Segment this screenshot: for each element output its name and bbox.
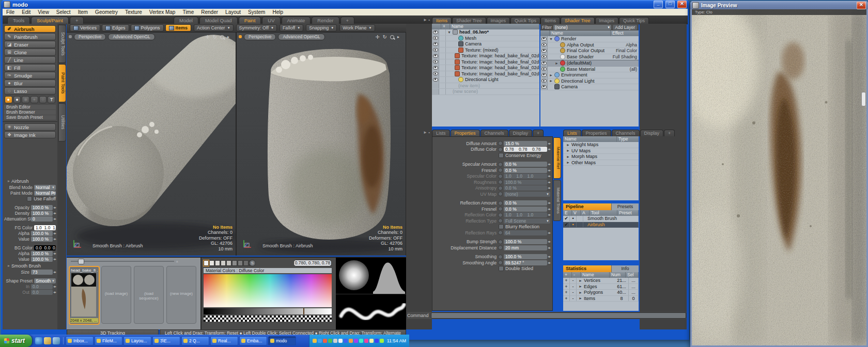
value-gradient-strip[interactable]: [204, 308, 332, 314]
collapse-minus-icon[interactable]: -: [570, 290, 577, 295]
eye-toggle[interactable]: [540, 67, 548, 72]
tool-smudge[interactable]: ✑Smudge: [4, 72, 56, 79]
material-tab-material-ref[interactable]: Material Ref: [553, 137, 561, 179]
viewport-menu-arrow-icon[interactable]: ▸: [397, 35, 399, 39]
list-row-weight-maps[interactable]: ►Weight Maps: [563, 142, 639, 148]
eye-toggle[interactable]: [540, 84, 548, 90]
item-row-head-06-lwo[interactable]: ▼head_06.lwo*: [432, 29, 539, 36]
eye-toggle[interactable]: [432, 71, 439, 77]
email-icon[interactable]: [44, 337, 51, 344]
eye-toggle[interactable]: [432, 65, 439, 71]
dropdown-paint-mode[interactable]: Normal Proj ...: [34, 191, 56, 196]
lists-tab-x[interactable]: +: [664, 130, 675, 136]
shader-row-environment[interactable]: ►Environment: [540, 72, 639, 78]
props-tab-x[interactable]: +: [533, 130, 544, 136]
minimize-button[interactable]: _: [654, 1, 663, 8]
property-field-diffuse-amount[interactable]: 15.0 %: [504, 141, 547, 146]
reset-icon[interactable]: [498, 255, 503, 259]
expander-icon[interactable]: ►: [566, 143, 570, 147]
item-row-texture-image-head-bake-final-02d-4[interactable]: Texture: Image: head_bake_final_02d (4): [432, 59, 539, 66]
command-input[interactable]: [431, 312, 686, 319]
tray-icon[interactable]: [328, 339, 332, 343]
shader-row-defaultmat[interactable]: ►(defaultMat): [540, 60, 639, 67]
shader-tab-images[interactable]: Images: [595, 17, 619, 24]
viewport-left[interactable]: Perspective Advanced OpenGL ✛ ↻ ▸ No Ite…: [67, 33, 237, 256]
layout-tab-render[interactable]: Render: [312, 17, 339, 24]
shader-row-final-color-output[interactable]: Final Color OutputFinal Color: [540, 48, 639, 54]
tray-icon[interactable]: [323, 339, 327, 343]
props-tab-channels[interactable]: Channels: [481, 130, 508, 136]
item-row-texture-mixed[interactable]: Texture: (mixed): [432, 48, 539, 54]
field-in[interactable]: 0.0: [31, 284, 53, 289]
reset-icon[interactable]: [498, 180, 503, 184]
tray-icon[interactable]: [375, 339, 379, 343]
checkbox-conserve-energy[interactable]: [499, 153, 504, 158]
mode-edges[interactable]: Edges: [102, 24, 129, 31]
spinner-icon[interactable]: ◂▸: [548, 255, 550, 259]
expand-plus-icon[interactable]: +: [563, 296, 570, 302]
spinner-icon[interactable]: ◂▸: [548, 213, 550, 217]
layout-tab-tools[interactable]: Tools: [7, 17, 30, 24]
reset-icon[interactable]: [498, 245, 503, 250]
eye-toggle[interactable]: [432, 53, 439, 59]
brush-tip-solid-icon[interactable]: ●: [5, 96, 12, 103]
color-swatch[interactable]: [221, 260, 226, 266]
layout-tab-animate[interactable]: Animate: [282, 17, 311, 24]
pipeline-row-smooth-brush[interactable]: ✔•Smooth Brush: [563, 216, 639, 222]
eye-toggle[interactable]: [432, 48, 439, 53]
tool-clone[interactable]: ⊞Clone: [4, 49, 56, 56]
eye-toggle[interactable]: [432, 41, 439, 47]
color-swatch[interactable]: [232, 260, 237, 266]
side-tab-paint-tools[interactable]: Paint Tools: [58, 64, 66, 102]
taskbar-button-inbox[interactable]: Inbox...: [66, 336, 94, 345]
color-swatch[interactable]: [204, 260, 209, 266]
shader-row-alpha-output[interactable]: Alpha OutputAlpha: [540, 42, 639, 49]
enable-check-icon[interactable]: ✔: [563, 222, 570, 228]
spinner-icon[interactable]: ◂▸: [53, 237, 56, 241]
list-row-morph-maps[interactable]: ►Morph Maps: [563, 154, 639, 160]
field-size[interactable]: 73: [31, 270, 53, 275]
item-row-texture-image-head-bake-final-02d-6[interactable]: Texture: Image: head_bake_final_02d (6): [432, 71, 539, 77]
expander-icon[interactable]: ►: [566, 155, 570, 159]
spinner-icon[interactable]: ◂▸: [53, 270, 56, 274]
expander-icon[interactable]: ►: [579, 285, 582, 288]
eye-toggle[interactable]: [540, 60, 548, 66]
link-brush-browser[interactable]: Brush Browser: [4, 110, 56, 115]
shader-row-camera[interactable]: Camera: [540, 84, 639, 90]
property-field-reflection-amount[interactable]: 0.0 %: [504, 200, 547, 206]
collapse-minus-icon[interactable]: -: [570, 296, 577, 302]
shader-tab-shader-tree[interactable]: Shader Tree: [561, 17, 595, 24]
stats-row-polygons[interactable]: +-►Polygons40......: [563, 290, 639, 296]
items-tab-images[interactable]: Images: [487, 17, 510, 24]
spinner-icon[interactable]: ◂▸: [548, 207, 550, 211]
field-attenuation-steps[interactable]: 0: [31, 216, 53, 222]
panel-collapse-arrow-icon[interactable]: ► •: [423, 18, 430, 22]
list-row-uv-maps[interactable]: ►UV Maps: [563, 148, 639, 154]
internet-explorer-icon[interactable]: [35, 337, 42, 344]
reset-icon[interactable]: [498, 240, 503, 244]
menu-select[interactable]: Select: [53, 9, 74, 15]
spinner-icon[interactable]: ◂▸: [548, 186, 550, 190]
brush-tip-circle-icon[interactable]: ●: [13, 96, 21, 103]
items-tab-items[interactable]: Items: [432, 17, 452, 24]
brush-tip-spray-icon[interactable]: ✱: [22, 96, 29, 103]
mode-items[interactable]: Items: [165, 24, 192, 31]
checkbox-use-falloff[interactable]: [27, 196, 32, 201]
eye-toggle[interactable]: [540, 72, 548, 78]
spinner-icon[interactable]: ◂▸: [548, 231, 550, 235]
props-tab-properties[interactable]: Properties: [451, 130, 480, 136]
eye-toggle[interactable]: [540, 48, 548, 54]
visible-dot-icon[interactable]: •: [570, 216, 577, 222]
stats-row-edges[interactable]: +-►Edges61......: [563, 284, 639, 290]
eye-toggle[interactable]: [432, 29, 439, 35]
reset-icon[interactable]: [498, 192, 503, 196]
tray-icon[interactable]: [380, 339, 384, 343]
expander-icon[interactable]: ▼: [447, 30, 451, 34]
tray-icon[interactable]: [344, 339, 348, 343]
menu-file[interactable]: File: [3, 9, 18, 15]
preview-close-button[interactable]: ✕: [857, 2, 866, 9]
field-opacity[interactable]: 100.0 %: [31, 205, 53, 210]
reset-icon[interactable]: [498, 147, 503, 152]
spinner-icon[interactable]: ◂▸: [548, 168, 550, 172]
reset-icon[interactable]: [498, 168, 503, 172]
